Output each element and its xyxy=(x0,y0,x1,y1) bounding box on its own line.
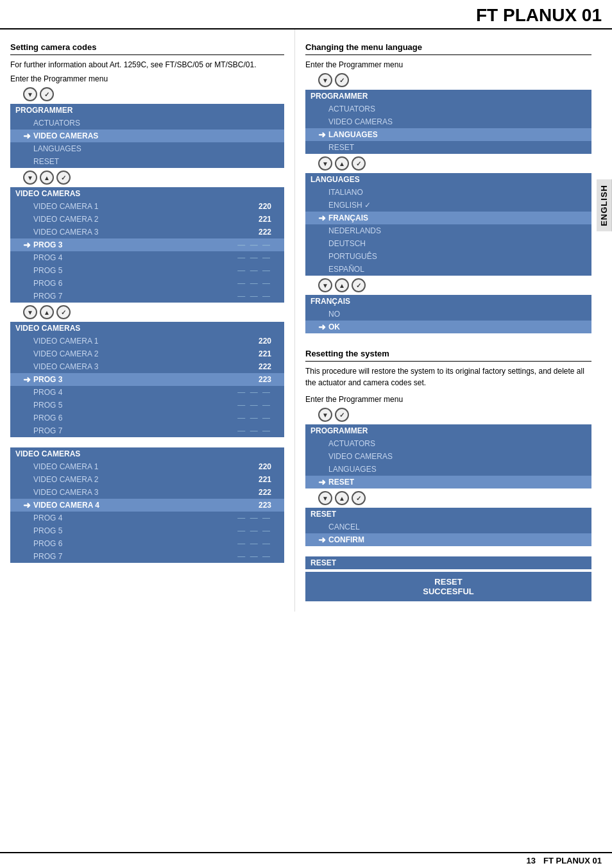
menu-item-reset-1[interactable]: ➜RESET xyxy=(10,155,284,168)
down-arrow-lang-3[interactable]: ▼ xyxy=(318,278,332,292)
main-content: Setting camera codes For further informa… xyxy=(0,29,612,612)
right-divider xyxy=(305,54,591,55)
reset-section-title: Resetting the system xyxy=(305,349,591,358)
up-arrow-icon-3[interactable]: ▲ xyxy=(40,305,54,319)
icon-row-lang-2: ▼ ▲ ✓ xyxy=(318,156,591,171)
vc-1-prog7[interactable]: ➜PROG 7— — — xyxy=(10,290,284,303)
vc-2-prog5[interactable]: ➜PROG 5— — — xyxy=(10,399,284,412)
vc-3-prog5[interactable]: ➜PROG 5— — — xyxy=(10,524,284,537)
icon-row-reset-2: ▼ ▲ ✓ xyxy=(318,491,591,505)
reset-description: This procedure will restore the system t… xyxy=(305,365,591,388)
check-lang-1[interactable]: ✓ xyxy=(335,73,349,87)
lang-francais[interactable]: ➜FRANÇAIS xyxy=(305,212,591,224)
check-lang-3[interactable]: ✓ xyxy=(352,278,366,292)
vc-3-camera4[interactable]: ➜VIDEO CAMERA 4223 xyxy=(10,499,284,512)
check-reset-2[interactable]: ✓ xyxy=(352,491,366,505)
icon-row-3: ▼ ▲ ✓ xyxy=(23,305,284,319)
prog-lang-actuators[interactable]: ➜ACTUATORS xyxy=(305,103,591,115)
prog-lang-reset[interactable]: ➜RESET xyxy=(305,141,591,154)
lang-italiano[interactable]: ➜ITALIANO xyxy=(305,186,591,199)
vc-menu-2-header: VIDEO CAMERAS xyxy=(10,322,284,335)
programmer-menu-lang: PROGRAMMER ➜ACTUATORS ➜VIDEO CAMERAS ➜LA… xyxy=(305,90,591,154)
vc-3-prog4[interactable]: ➜PROG 4— — — xyxy=(10,512,284,524)
francais-no[interactable]: ➜NO xyxy=(305,308,591,321)
enter-programmer-reset: Enter the Programmer menu xyxy=(305,394,591,405)
programmer-menu-1-header: PROGRAMMER xyxy=(10,104,284,117)
successful-word: SUCCESFUL xyxy=(316,587,581,596)
prog-lang-header: PROGRAMMER xyxy=(305,90,591,103)
vc-3-camera3[interactable]: ➜VIDEO CAMERA 3222 xyxy=(10,486,284,499)
francais-header: FRANÇAIS xyxy=(305,295,591,308)
prog-lang-languages[interactable]: ➜LANGUAGES xyxy=(305,128,591,141)
vc-1-camera3[interactable]: ➜VIDEO CAMERA 3222 xyxy=(10,226,284,238)
footer-page-number: 13 xyxy=(527,856,536,865)
prog-reset-header: PROGRAMMER xyxy=(305,424,591,437)
reset-cancel[interactable]: ➜CANCEL xyxy=(305,521,591,533)
video-cameras-menu-1: VIDEO CAMERAS ➜VIDEO CAMERA 1220 ➜VIDEO … xyxy=(10,187,284,303)
check-lang-2[interactable]: ✓ xyxy=(352,156,366,171)
vc-2-prog3[interactable]: ➜PROG 3223 xyxy=(10,373,284,386)
vc-menu-3-header: VIDEO CAMERAS xyxy=(10,447,284,460)
down-arrow-reset-2[interactable]: ▼ xyxy=(318,491,332,505)
vc-1-prog6[interactable]: ➜PROG 6— — — xyxy=(10,277,284,290)
prog-reset-languages[interactable]: ➜LANGUAGES xyxy=(305,463,591,476)
vc-1-prog4[interactable]: ➜PROG 4— — — xyxy=(10,251,284,264)
down-arrow-icon-1[interactable]: ▼ xyxy=(23,87,37,101)
left-column: Setting camera codes For further informa… xyxy=(0,29,295,612)
programmer-menu-1: PROGRAMMER ➜ACTUATORS ➜VIDEO CAMERAS ➜LA… xyxy=(10,104,284,168)
lang-english[interactable]: ➜ENGLISH ✓ xyxy=(305,199,591,212)
vc-2-camera3[interactable]: ➜VIDEO CAMERA 3222 xyxy=(10,360,284,373)
vc-1-prog5[interactable]: ➜PROG 5— — — xyxy=(10,264,284,277)
prog-reset-reset[interactable]: ➜RESET xyxy=(305,476,591,488)
vc-1-camera1[interactable]: ➜VIDEO CAMERA 1220 xyxy=(10,200,284,213)
down-arrow-reset-1[interactable]: ▼ xyxy=(318,408,332,422)
header-title: FT PLANUX 01 xyxy=(476,5,602,25)
vc-2-prog6[interactable]: ➜PROG 6— — — xyxy=(10,412,284,424)
vc-2-camera2[interactable]: ➜VIDEO CAMERA 2221 xyxy=(10,347,284,360)
down-arrow-icon-2[interactable]: ▼ xyxy=(23,171,37,185)
up-arrow-icon-2[interactable]: ▲ xyxy=(40,171,54,185)
check-reset-1[interactable]: ✓ xyxy=(335,408,349,422)
up-arrow-lang-3[interactable]: ▲ xyxy=(335,278,349,292)
vc-menu-1-header: VIDEO CAMERAS xyxy=(10,187,284,200)
lang-portugues[interactable]: ➜PORTUGUÊS xyxy=(305,250,591,263)
vc-2-prog7[interactable]: ➜PROG 7— — — xyxy=(10,424,284,437)
check-icon-1[interactable]: ✓ xyxy=(40,87,54,101)
down-arrow-icon-3[interactable]: ▼ xyxy=(23,305,37,319)
vc-2-camera1[interactable]: ➜VIDEO CAMERA 1220 xyxy=(10,335,284,347)
check-icon-2[interactable]: ✓ xyxy=(56,171,71,185)
menu-item-actuators-1[interactable]: ➜ACTUATORS xyxy=(10,117,284,129)
francais-ok[interactable]: ➜OK xyxy=(305,321,591,333)
icon-row-reset-1: ▼ ✓ xyxy=(318,408,591,422)
menu-item-video-cameras-1[interactable]: ➜VIDEO CAMERAS xyxy=(10,129,284,142)
down-arrow-lang-2[interactable]: ▼ xyxy=(318,156,332,171)
icon-row-2: ▼ ▲ ✓ xyxy=(23,171,284,185)
programmer-menu-reset: PROGRAMMER ➜ACTUATORS ➜VIDEO CAMERAS ➜LA… xyxy=(305,424,591,488)
video-cameras-menu-3: VIDEO CAMERAS ➜VIDEO CAMERA 1220 ➜VIDEO … xyxy=(10,447,284,563)
vc-2-prog4[interactable]: ➜PROG 4— — — xyxy=(10,386,284,399)
language-side-tab: ENGLISH xyxy=(597,179,612,231)
left-divider xyxy=(10,54,284,55)
vc-1-prog3[interactable]: ➜PROG 3— — — xyxy=(10,238,284,251)
prog-reset-actuators[interactable]: ➜ACTUATORS xyxy=(305,437,591,450)
vc-3-prog6[interactable]: ➜PROG 6— — — xyxy=(10,537,284,550)
vc-3-camera2[interactable]: ➜VIDEO CAMERA 2221 xyxy=(10,473,284,486)
prog-lang-video-cameras[interactable]: ➜VIDEO CAMERAS xyxy=(305,115,591,128)
menu-item-languages-1[interactable]: ➜LANGUAGES xyxy=(10,142,284,155)
icon-row-lang-3: ▼ ▲ ✓ xyxy=(318,278,591,292)
reset-confirm[interactable]: ➜CONFIRM xyxy=(305,533,591,546)
lang-deutsch[interactable]: ➜DEUTSCH xyxy=(305,237,591,250)
lang-nederlands[interactable]: ➜NEDERLANDS xyxy=(305,224,591,237)
successful-result: RESET SUCCESFUL xyxy=(305,572,591,601)
vc-3-camera1[interactable]: ➜VIDEO CAMERA 1220 xyxy=(10,460,284,473)
down-arrow-lang-1[interactable]: ▼ xyxy=(318,73,332,87)
up-arrow-reset-2[interactable]: ▲ xyxy=(335,491,349,505)
up-arrow-lang-2[interactable]: ▲ xyxy=(335,156,349,171)
icon-row-1: ▼ ✓ xyxy=(23,87,284,101)
vc-3-prog7[interactable]: ➜PROG 7— — — xyxy=(10,550,284,563)
check-icon-3[interactable]: ✓ xyxy=(56,305,71,319)
lang-espanol[interactable]: ➜ESPAÑOL xyxy=(305,263,591,276)
icon-row-lang-1: ▼ ✓ xyxy=(318,73,591,87)
prog-reset-video-cameras[interactable]: ➜VIDEO CAMERAS xyxy=(305,450,591,463)
vc-1-camera2[interactable]: ➜VIDEO CAMERA 2221 xyxy=(10,213,284,226)
